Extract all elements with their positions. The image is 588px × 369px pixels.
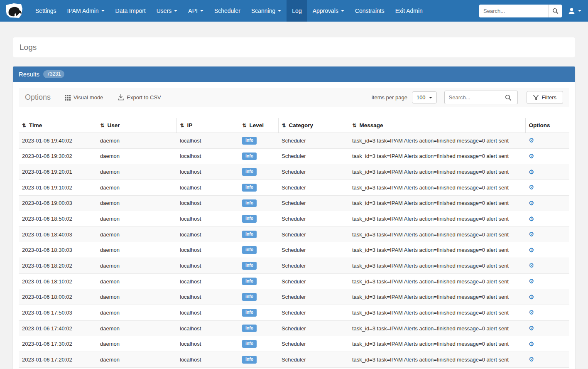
cell-ip: localhost	[176, 289, 239, 305]
cell-time: 2023-01-06 18:40:03	[19, 226, 97, 242]
nav-item-log[interactable]: Log	[287, 0, 307, 22]
gear-icon[interactable]: ⚙	[529, 356, 534, 363]
sort-icon: ⇅	[353, 123, 357, 128]
nav-item-data-import[interactable]: Data Import	[110, 0, 151, 22]
gear-icon[interactable]: ⚙	[529, 168, 534, 175]
cell-user: daemon	[97, 289, 176, 305]
sort-icon: ⇅	[282, 123, 286, 128]
column-header-user[interactable]: ⇅User	[97, 118, 176, 133]
cell-user: daemon	[97, 133, 176, 149]
column-header-ip[interactable]: ⇅IP	[176, 118, 239, 133]
gear-icon[interactable]: ⚙	[529, 309, 534, 316]
nav-item-users[interactable]: Users	[151, 0, 183, 22]
cell-category: Scheduler	[278, 367, 349, 369]
items-per-page-dropdown[interactable]: 100	[412, 91, 437, 103]
global-search-button[interactable]	[548, 5, 562, 17]
nav-item-settings[interactable]: Settings	[30, 0, 62, 22]
column-header-level[interactable]: ⇅Level	[239, 118, 278, 133]
cell-level: info	[239, 195, 278, 211]
gear-icon[interactable]: ⚙	[529, 137, 534, 144]
cell-options: ⚙	[525, 320, 569, 336]
visual-mode-button[interactable]: Visual mode	[62, 94, 105, 101]
user-icon	[568, 7, 576, 15]
cell-time: 2023-01-06 18:20:02	[19, 258, 97, 274]
nav-item-constraints[interactable]: Constraints	[350, 0, 390, 22]
cell-category: Scheduler	[278, 258, 349, 274]
level-badge: info	[242, 325, 257, 332]
cell-user: daemon	[97, 258, 176, 274]
sort-icon: ⇅	[22, 123, 26, 128]
nav-item-ipam-admin[interactable]: IPAM Admin	[62, 0, 110, 22]
filter-icon	[533, 95, 539, 100]
cell-options: ⚙	[525, 258, 569, 274]
gear-icon[interactable]: ⚙	[529, 246, 534, 253]
download-icon	[118, 94, 124, 101]
phpipam-logo[interactable]	[3, 0, 30, 22]
cell-message: task_id=3 task=IPAM Alerts action=finish…	[349, 336, 525, 352]
cell-time: 2023-01-06 17:40:02	[19, 320, 97, 336]
gear-icon[interactable]: ⚙	[529, 231, 534, 238]
export-csv-button[interactable]: Export to CSV	[115, 94, 163, 101]
level-badge: info	[242, 262, 257, 270]
gear-icon[interactable]: ⚙	[529, 199, 534, 207]
items-per-page-value: 100	[416, 94, 426, 101]
cell-ip: localhost	[176, 242, 239, 258]
cell-time: 2023-01-06 18:10:02	[19, 273, 97, 289]
cell-ip: localhost	[176, 148, 239, 164]
nav-item-scanning[interactable]: Scanning	[246, 0, 287, 22]
chevron-down-icon	[429, 97, 432, 98]
user-menu[interactable]	[562, 7, 583, 15]
nav-item-approvals[interactable]: Approvals	[307, 0, 350, 22]
cell-message: task_id=3 task=IPAM Alerts action=finish…	[349, 164, 525, 180]
cell-category: Scheduler	[278, 336, 349, 352]
cell-options: ⚙	[525, 273, 569, 289]
cell-options: ⚙	[525, 195, 569, 211]
cell-time: 2023-01-06 17:20:02	[19, 352, 97, 367]
cell-ip: localhost	[176, 133, 239, 149]
gear-icon[interactable]: ⚙	[529, 293, 534, 300]
filters-button[interactable]: Filters	[527, 91, 563, 104]
nav-item-exit-admin[interactable]: Exit Admin	[390, 0, 428, 22]
cell-time: 2023-01-06 17:30:02	[19, 336, 97, 352]
gear-icon[interactable]: ⚙	[529, 153, 534, 160]
cell-options: ⚙	[525, 242, 569, 258]
gear-icon[interactable]: ⚙	[529, 325, 534, 332]
cell-ip: localhost	[176, 320, 239, 336]
gear-icon[interactable]: ⚙	[529, 215, 534, 222]
column-header-time[interactable]: ⇅Time	[19, 118, 97, 133]
cell-options: ⚙	[525, 180, 569, 195]
cell-ip: localhost	[176, 305, 239, 321]
gear-icon[interactable]: ⚙	[529, 340, 534, 347]
chevron-down-icon	[101, 10, 105, 12]
main-container: Logs Results 73231 Options	[0, 37, 588, 369]
column-header-message[interactable]: ⇅Message	[349, 118, 525, 133]
gear-icon[interactable]: ⚙	[529, 262, 534, 269]
table-search-input[interactable]	[444, 91, 499, 104]
column-header-category[interactable]: ⇅Category	[278, 118, 349, 133]
page-header: Logs	[13, 37, 575, 57]
log-table-head: ⇅Time⇅User⇅IP⇅Level⇅Category⇅MessageOpti…	[19, 118, 569, 133]
gear-icon[interactable]: ⚙	[529, 278, 534, 285]
gear-icon[interactable]: ⚙	[529, 184, 534, 191]
nav-item-scheduler[interactable]: Scheduler	[209, 0, 246, 22]
navbar-right	[479, 0, 583, 22]
cell-category: Scheduler	[278, 273, 349, 289]
table-row: 2023-01-06 17:50:03daemonlocalhostinfoSc…	[19, 305, 569, 321]
level-badge: info	[242, 184, 257, 192]
chevron-down-icon	[341, 10, 344, 12]
nav-item-api[interactable]: API	[183, 0, 209, 22]
cell-level: info	[239, 226, 278, 242]
level-badge: info	[242, 356, 257, 364]
cell-ip: localhost	[176, 367, 239, 369]
global-search-input[interactable]	[479, 5, 548, 17]
table-row: 2023-01-06 18:00:02daemonlocalhostinfoSc…	[19, 289, 569, 305]
cell-level: info	[239, 133, 278, 149]
cell-ip: localhost	[176, 211, 239, 227]
cell-level: info	[239, 273, 278, 289]
sort-icon: ⇅	[100, 123, 105, 128]
level-badge: info	[242, 199, 257, 207]
table-search-button[interactable]	[499, 91, 518, 104]
column-header-options: Options	[525, 118, 569, 133]
cell-ip: localhost	[176, 273, 239, 289]
table-row: 2023-01-06 19:30:02daemonlocalhostinfoSc…	[19, 148, 569, 164]
